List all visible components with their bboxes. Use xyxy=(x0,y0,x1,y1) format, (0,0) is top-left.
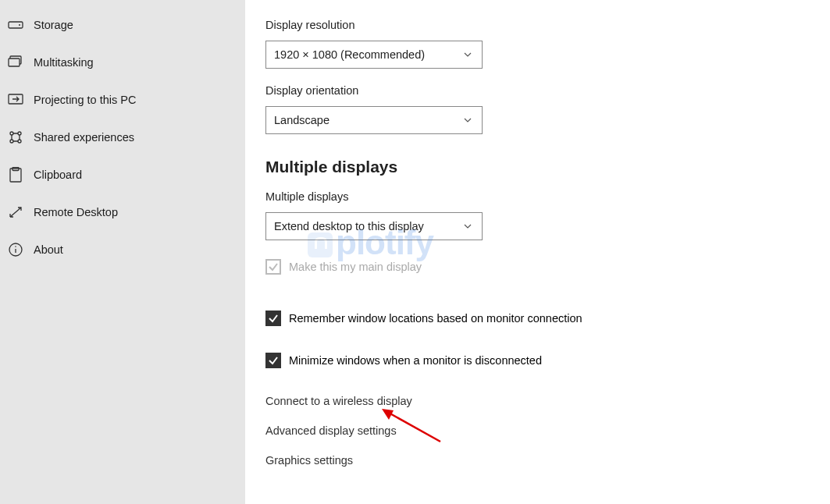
multiple-displays-value: Extend desktop to this display xyxy=(274,220,424,232)
display-orientation-dropdown[interactable]: Landscape xyxy=(265,106,483,134)
multiple-displays-label: Multiple displays xyxy=(265,190,830,203)
remote-desktop-icon xyxy=(8,204,23,220)
minimize-disconnect-checkbox[interactable] xyxy=(265,353,281,368)
remember-locations-checkbox-row[interactable]: Remember window locations based on monit… xyxy=(265,311,830,326)
display-orientation-label: Display orientation xyxy=(265,84,830,97)
sidebar-item-clipboard[interactable]: Clipboard xyxy=(0,156,245,193)
main-display-checkbox xyxy=(265,259,281,275)
sidebar: Storage Multitasking Projecting to this … xyxy=(0,0,245,504)
minimize-disconnect-checkbox-label: Minimize windows when a monitor is disco… xyxy=(289,354,542,367)
remember-locations-checkbox[interactable] xyxy=(265,311,281,326)
display-resolution-value: 1920 × 1080 (Recommended) xyxy=(274,48,425,61)
clipboard-icon xyxy=(8,167,23,183)
sidebar-item-label: Remote Desktop xyxy=(34,206,118,218)
remember-locations-checkbox-label: Remember window locations based on monit… xyxy=(289,312,582,325)
sidebar-item-about[interactable]: About xyxy=(0,231,245,268)
sidebar-item-multitasking[interactable]: Multitasking xyxy=(0,44,245,81)
projecting-icon xyxy=(8,92,23,108)
main-content: Display resolution 1920 × 1080 (Recommen… xyxy=(245,0,830,504)
main-display-checkbox-label: Make this my main display xyxy=(289,261,422,273)
svg-point-5 xyxy=(10,132,13,135)
shared-icon xyxy=(8,130,23,145)
sidebar-item-label: Storage xyxy=(34,19,73,31)
svg-rect-3 xyxy=(9,59,20,66)
graphics-settings-link[interactable]: Graphics settings xyxy=(265,454,830,467)
sidebar-item-projecting[interactable]: Projecting to this PC xyxy=(0,81,245,119)
svg-rect-0 xyxy=(9,22,23,28)
chevron-down-icon xyxy=(463,115,474,126)
svg-point-7 xyxy=(10,140,13,143)
sidebar-item-label: Shared experiences xyxy=(34,131,134,144)
svg-point-13 xyxy=(15,246,16,247)
main-display-checkbox-row: Make this my main display xyxy=(265,259,830,275)
display-resolution-dropdown[interactable]: 1920 × 1080 (Recommended) xyxy=(265,41,483,69)
sidebar-item-label: Multitasking xyxy=(34,56,94,69)
multitasking-icon xyxy=(8,55,23,70)
display-orientation-value: Landscape xyxy=(274,114,330,126)
connect-wireless-link[interactable]: Connect to a wireless display xyxy=(265,395,830,407)
storage-icon xyxy=(8,17,23,33)
sidebar-item-storage[interactable]: Storage xyxy=(0,6,245,44)
multiple-displays-dropdown[interactable]: Extend desktop to this display xyxy=(265,212,483,240)
display-resolution-label: Display resolution xyxy=(265,19,830,31)
chevron-down-icon xyxy=(463,49,474,60)
multiple-displays-title: Multiple displays xyxy=(265,158,830,176)
svg-point-1 xyxy=(19,24,20,26)
sidebar-item-label: Clipboard xyxy=(34,169,82,181)
chevron-down-icon xyxy=(463,221,474,232)
minimize-disconnect-checkbox-row[interactable]: Minimize windows when a monitor is disco… xyxy=(265,353,830,368)
svg-point-8 xyxy=(18,140,21,143)
svg-marker-15 xyxy=(382,409,394,420)
svg-point-6 xyxy=(18,132,21,135)
about-icon xyxy=(8,242,23,257)
advanced-display-settings-link[interactable]: Advanced display settings xyxy=(265,424,830,437)
sidebar-item-shared[interactable]: Shared experiences xyxy=(0,119,245,156)
sidebar-item-remote-desktop[interactable]: Remote Desktop xyxy=(0,193,245,231)
sidebar-item-label: About xyxy=(34,243,63,256)
sidebar-item-label: Projecting to this PC xyxy=(34,94,136,106)
